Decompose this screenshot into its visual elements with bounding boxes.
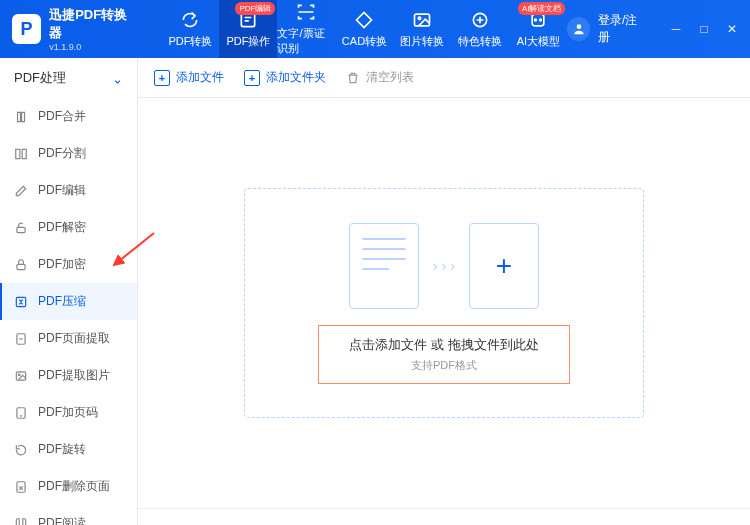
svg-rect-14 (16, 371, 25, 379)
login-link[interactable]: 登录/注册 (598, 12, 646, 46)
split-icon (14, 147, 28, 161)
sidebar-item-decrypt[interactable]: PDF解密 (0, 209, 137, 246)
sidebar: PDF处理 ⌃ PDF合并 PDF分割 PDF编辑 PDF解密 PDF加密 PD… (0, 58, 138, 525)
nav-tab-ocr[interactable]: 文字/票证识别 (277, 0, 335, 58)
add-folder-button[interactable]: +添加文件夹 (244, 69, 326, 86)
trash-icon (346, 71, 360, 85)
edit-icon (14, 184, 28, 198)
cad-icon (354, 10, 374, 30)
svg-rect-9 (22, 149, 26, 158)
rotate-icon (14, 443, 28, 457)
avatar[interactable] (567, 17, 589, 41)
titlebar: P 迅捷PDF转换器 v1.1.9.0 PDF转换 PDF编辑 PDF操作 文字… (0, 0, 750, 58)
svg-point-2 (419, 17, 422, 19)
svg-rect-17 (17, 481, 25, 492)
scan-icon (296, 2, 316, 22)
user-icon (572, 22, 586, 36)
svg-rect-10 (17, 227, 25, 232)
logo-icon: P (12, 14, 41, 44)
drop-hint: 点击添加文件 或 拖拽文件到此处 支持PDF格式 (318, 325, 569, 384)
svg-rect-16 (17, 407, 25, 418)
app-version: v1.1.9.0 (49, 42, 137, 52)
sidebar-item-edit[interactable]: PDF编辑 (0, 172, 137, 209)
nav-tab-special[interactable]: 特色转换 (451, 0, 509, 58)
convert-icon (180, 10, 200, 30)
page-number-icon (14, 406, 28, 420)
sidebar-item-page-number[interactable]: PDF加页码 (0, 394, 137, 431)
badge-ai: AI解读文档 (518, 2, 566, 15)
plus-icon: + (496, 250, 512, 282)
nav-tab-ai[interactable]: AI解读文档 AI大模型 (509, 0, 567, 58)
add-file-icon: + (154, 70, 170, 86)
chevron-up-icon: ⌃ (112, 71, 123, 86)
image-icon (412, 10, 432, 30)
unlock-icon (14, 221, 28, 235)
badge-pdf-edit: PDF编辑 (235, 2, 275, 15)
doc-source-icon (349, 223, 419, 309)
delete-page-icon (14, 480, 28, 494)
doc-target-icon: + (469, 223, 539, 309)
sidebar-header[interactable]: PDF处理 ⌃ (0, 58, 137, 98)
app-name: 迅捷PDF转换器 (49, 6, 137, 42)
sidebar-item-delete-page[interactable]: PDF删除页面 (0, 468, 137, 505)
extract-page-icon (14, 332, 28, 346)
nav-tab-pdf-operate[interactable]: PDF编辑 PDF操作 (219, 0, 277, 58)
svg-point-6 (540, 19, 542, 21)
nav-tabs: PDF转换 PDF编辑 PDF操作 文字/票证识别 CAD转换 图片转换 (161, 0, 567, 58)
nav-tab-image[interactable]: 图片转换 (393, 0, 451, 58)
sidebar-item-compress[interactable]: PDF压缩 (0, 283, 137, 320)
svg-rect-8 (16, 149, 20, 158)
close-button[interactable]: ✕ (724, 21, 740, 37)
sidebar-item-encrypt[interactable]: PDF加密 (0, 246, 137, 283)
sidebar-item-extract-page[interactable]: PDF页面提取 (0, 320, 137, 357)
sidebar-item-extract-image[interactable]: PDF提取图片 (0, 357, 137, 394)
nav-tab-pdf-convert[interactable]: PDF转换 (161, 0, 219, 58)
maximize-button[interactable]: □ (696, 21, 712, 37)
sidebar-item-merge[interactable]: PDF合并 (0, 98, 137, 135)
steps-bar: 1、添加文件支持批量添加文件 2、设置输出配置支持批量操作和各种设置 3、开始转… (138, 508, 750, 525)
extract-image-icon (14, 369, 28, 383)
app-logo: P 迅捷PDF转换器 v1.1.9.0 (12, 6, 137, 52)
compress-icon (14, 295, 28, 309)
svg-point-15 (18, 373, 20, 375)
add-folder-icon: + (244, 70, 260, 86)
svg-point-5 (535, 19, 537, 21)
svg-point-7 (576, 24, 581, 29)
svg-rect-11 (17, 264, 25, 269)
toolbar: +添加文件 +添加文件夹 清空列表 (138, 58, 750, 98)
nav-tab-cad[interactable]: CAD转换 (335, 0, 393, 58)
sidebar-item-read[interactable]: PDF阅读 (0, 505, 137, 525)
merge-icon (14, 110, 28, 124)
star-icon (470, 10, 490, 30)
clear-list-button[interactable]: 清空列表 (346, 69, 414, 86)
minimize-button[interactable]: ─ (668, 21, 684, 37)
arrow-icon: › › › (433, 258, 455, 274)
read-icon (14, 517, 28, 526)
drop-zone[interactable]: › › › + 点击添加文件 或 拖拽文件到此处 支持PDF格式 (244, 188, 644, 418)
lock-icon (14, 258, 28, 272)
sidebar-item-split[interactable]: PDF分割 (0, 135, 137, 172)
sidebar-item-rotate[interactable]: PDF旋转 (0, 431, 137, 468)
add-file-button[interactable]: +添加文件 (154, 69, 224, 86)
